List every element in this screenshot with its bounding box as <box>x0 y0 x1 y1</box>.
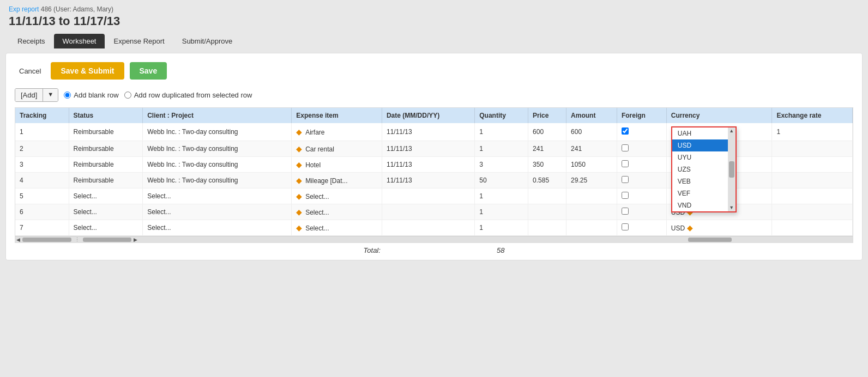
cell-exchange-rate[interactable] <box>772 204 853 220</box>
cell-status[interactable]: Reimbursable <box>69 141 143 157</box>
scroll-right-icon[interactable]: ▶ <box>134 237 137 242</box>
cell-client-project[interactable]: Webb Inc. : Two-day consulting <box>143 141 292 157</box>
foreign-checkbox[interactable] <box>622 176 629 183</box>
currency-option-uzs[interactable]: UZS <box>672 163 728 175</box>
cell-quantity[interactable]: 1 <box>475 123 528 141</box>
currency-option-vnd[interactable]: VND <box>672 199 728 211</box>
scroll-up-icon[interactable]: ▲ <box>729 129 734 133</box>
cell-exchange-rate[interactable] <box>772 157 853 173</box>
cell-amount[interactable] <box>566 188 617 204</box>
currency-option-uyu[interactable]: UYU <box>672 151 728 163</box>
add-blank-row-option[interactable]: Add blank row <box>64 91 118 99</box>
cell-price[interactable]: 600 <box>528 123 566 141</box>
add-dropdown[interactable]: [Add] ▼ <box>15 88 58 102</box>
add-duplicate-row-option[interactable]: Add row duplicated from selected row <box>124 91 252 99</box>
cell-foreign[interactable] <box>617 157 666 173</box>
foreign-checkbox[interactable] <box>622 127 629 135</box>
cell-exchange-rate[interactable] <box>772 173 853 188</box>
tab-expense-report[interactable]: Expense Report <box>105 34 173 48</box>
cell-quantity[interactable]: 1 <box>475 220 528 236</box>
cell-price[interactable]: 241 <box>528 141 566 157</box>
cell-exchange-rate[interactable] <box>772 141 853 157</box>
cell-expense-item[interactable]: ◆ Mileage [Dat... <box>292 173 382 188</box>
save-button[interactable]: Save <box>130 62 167 80</box>
cell-date[interactable]: 11/11/13 <box>382 173 474 188</box>
add-blank-radio[interactable] <box>64 92 71 99</box>
cell-amount[interactable] <box>566 204 617 220</box>
cell-price[interactable]: 350 <box>528 157 566 173</box>
foreign-checkbox[interactable] <box>622 208 629 215</box>
cell-foreign[interactable] <box>617 173 666 188</box>
cell-status[interactable]: Reimbursable <box>69 123 143 141</box>
cell-exchange-rate[interactable] <box>772 220 853 236</box>
cancel-button[interactable]: Cancel <box>15 65 45 77</box>
cell-client-project[interactable]: Select... <box>143 188 292 204</box>
cell-status[interactable]: Reimbursable <box>69 157 143 173</box>
cell-date[interactable] <box>382 204 474 220</box>
cell-foreign[interactable] <box>617 188 666 204</box>
currency-option-vef[interactable]: VEF <box>672 187 728 199</box>
save-submit-button[interactable]: Save & Submit <box>51 62 124 80</box>
cell-amount[interactable] <box>566 220 617 236</box>
cell-quantity[interactable]: 1 <box>475 141 528 157</box>
cell-quantity[interactable]: 1 <box>475 188 528 204</box>
currency-option-usd[interactable]: USD <box>672 139 728 151</box>
cell-price[interactable] <box>528 220 566 236</box>
cell-expense-item[interactable]: ◆ Airfare <box>292 123 382 141</box>
cell-expense-item[interactable]: ◆ Select... <box>292 188 382 204</box>
cell-expense-item[interactable]: ◆ Select... <box>292 220 382 236</box>
cell-amount[interactable]: 241 <box>566 141 617 157</box>
cell-client-project[interactable]: Select... <box>143 220 292 236</box>
tab-submit-approve[interactable]: Submit/Approve <box>173 34 242 48</box>
foreign-checkbox[interactable] <box>622 160 629 167</box>
cell-status[interactable]: Select... <box>69 220 143 236</box>
cell-price[interactable] <box>528 204 566 220</box>
cell-price[interactable] <box>528 188 566 204</box>
currency-option-uah[interactable]: UAH <box>672 127 728 139</box>
cell-foreign[interactable] <box>617 204 666 220</box>
cell-client-project[interactable]: Select... <box>143 204 292 220</box>
cell-client-project[interactable]: Webb Inc. : Two-day consulting <box>143 157 292 173</box>
currency-scrolltrack[interactable]: ▲▼ <box>728 127 736 211</box>
cell-foreign[interactable] <box>617 123 666 141</box>
cell-expense-item[interactable]: ◆ Hotel <box>292 157 382 173</box>
scroll-down-icon[interactable]: ▼ <box>729 205 734 210</box>
cell-status[interactable]: Select... <box>69 204 143 220</box>
cell-expense-item[interactable]: ◆ Car rental <box>292 141 382 157</box>
cell-date[interactable]: 11/11/13 <box>382 157 474 173</box>
currency-option-veb[interactable]: VEB <box>672 175 728 187</box>
cell-foreign[interactable] <box>617 141 666 157</box>
foreign-checkbox[interactable] <box>622 223 629 230</box>
foreign-checkbox[interactable] <box>622 192 629 199</box>
cell-amount[interactable]: 29.25 <box>566 173 617 188</box>
cell-status[interactable]: Select... <box>69 188 143 204</box>
currency-value[interactable]: USD <box>671 224 685 232</box>
cell-quantity[interactable]: 3 <box>475 157 528 173</box>
add-dropdown-arrow-icon[interactable]: ▼ <box>43 89 58 101</box>
cell-client-project[interactable]: Webb Inc. : Two-day consulting <box>143 123 292 141</box>
currency-dropdown-box[interactable]: UAHUSDUYUUZSVEBVEFVND▲▼ <box>671 126 737 212</box>
cell-date[interactable] <box>382 220 474 236</box>
cell-currency[interactable]: USDUAHUSDUYUUZSVEBVEFVND▲▼ <box>666 123 772 141</box>
tab-receipts[interactable]: Receipts <box>9 34 54 48</box>
tab-worksheet[interactable]: Worksheet <box>54 34 105 48</box>
cell-price[interactable]: 0.585 <box>528 173 566 188</box>
cell-currency[interactable]: USD ◆ <box>666 220 772 236</box>
add-duplicate-radio[interactable] <box>124 92 131 99</box>
cell-date[interactable]: 11/11/13 <box>382 141 474 157</box>
foreign-checkbox[interactable] <box>622 144 629 151</box>
cell-expense-item[interactable]: ◆ Select... <box>292 204 382 220</box>
scroll-left-icon[interactable]: ◀ <box>16 237 20 242</box>
cell-foreign[interactable] <box>617 220 666 236</box>
cell-client-project[interactable]: Webb Inc. : Two-day consulting <box>143 173 292 188</box>
cell-quantity[interactable]: 1 <box>475 204 528 220</box>
currency-dropdown-wrapper[interactable]: USDUAHUSDUYUUZSVEBVEFVND▲▼ <box>671 126 704 137</box>
cell-exchange-rate[interactable] <box>772 188 853 204</box>
cell-exchange-rate[interactable]: 1 <box>772 123 853 141</box>
cell-amount[interactable]: 1050 <box>566 157 617 173</box>
cell-status[interactable]: Reimbursable <box>69 173 143 188</box>
horizontal-scrollbar[interactable]: ◀ ⋮ ▶ <box>15 236 853 242</box>
cell-date[interactable] <box>382 188 474 204</box>
cell-amount[interactable]: 600 <box>566 123 617 141</box>
cell-quantity[interactable]: 50 <box>475 173 528 188</box>
